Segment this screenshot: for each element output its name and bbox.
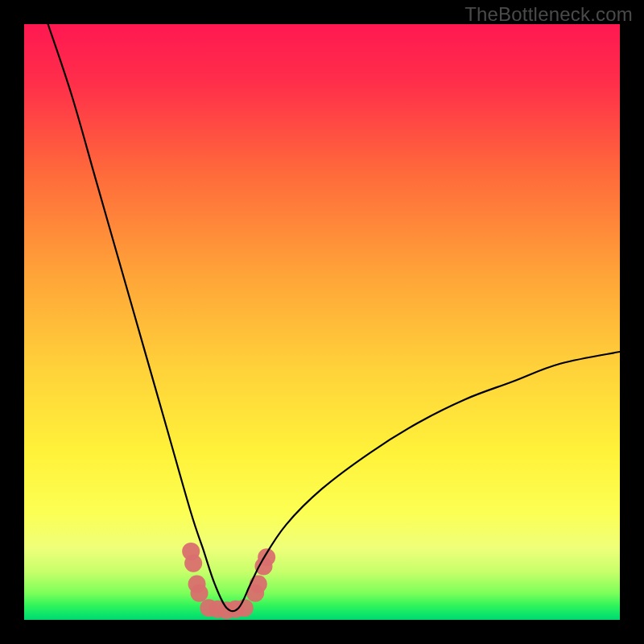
watermark-text: TheBottleneck.com xyxy=(464,3,633,26)
curve-marker xyxy=(184,555,202,572)
chart-frame: TheBottleneck.com xyxy=(0,0,644,644)
curve-marker xyxy=(250,576,267,593)
curve-marker xyxy=(191,584,208,602)
bottleneck-chart xyxy=(24,24,620,620)
plot-background xyxy=(24,24,620,620)
